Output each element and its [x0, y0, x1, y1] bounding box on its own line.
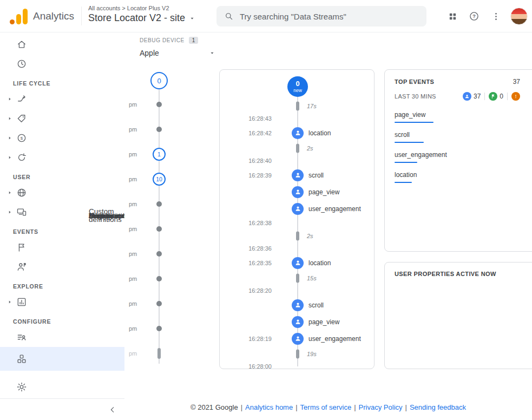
last-30-mins-label: LAST 30 MINS [395, 93, 436, 100]
duration-row: 17s [220, 99, 374, 113]
expand-arrow-slot [5, 96, 14, 102]
sidebar-item-retention[interactable]: Retention [0, 148, 124, 167]
sidebar-collapse-bar [0, 398, 124, 420]
help-icon: ? [469, 11, 480, 22]
expand-arrow-icon [7, 299, 12, 305]
top-event-name: location [395, 171, 417, 179]
minutes-point[interactable]: pm10 [129, 167, 180, 192]
timestamp-row: 16:28:40 [220, 155, 374, 167]
sidebar-item-custom-definitions[interactable]: Custom definitions [0, 347, 124, 371]
event-timestamp: 16:28:42 [220, 130, 272, 136]
active-users-value: 37 [474, 93, 481, 100]
event-row-scroll[interactable]: 16:28:39scroll [220, 167, 374, 183]
footer-link-privacy-policy[interactable]: Privacy Policy [359, 403, 403, 411]
expand-arrow-icon [7, 96, 12, 102]
more-options-button[interactable] [485, 6, 506, 27]
seconds-stream-card: 0new17s16:28:4316:28:42location2s16:28:4… [219, 69, 375, 369]
home-icon [16, 39, 27, 50]
more-vert-icon [491, 11, 501, 22]
top-event-location[interactable]: location [395, 169, 532, 183]
sidebar-item-admin[interactable]: Admin [0, 377, 124, 397]
analytics-logo[interactable]: Analytics [10, 0, 74, 32]
collapse-sidebar-button[interactable] [108, 405, 117, 414]
sidebar-item-demographics[interactable]: Demographics [0, 183, 124, 202]
sidebar-item-events[interactable]: Events [0, 257, 124, 277]
event-count-bar [395, 162, 417, 163]
event-row-user-engagement[interactable]: user_engagement [220, 200, 374, 217]
sidebar-item-acquisition[interactable]: Acquisition [0, 89, 124, 109]
sidebar-item-conversions[interactable]: Conversions [0, 238, 124, 257]
account-avatar[interactable] [510, 8, 528, 25]
event-row-user-engagement[interactable]: 16:28:19user_engagement [220, 330, 374, 347]
footer-link-sending-feedback[interactable]: Sending feedback [410, 403, 466, 411]
footer-link-analytics-home[interactable]: Analytics home [245, 403, 293, 411]
event-row-scroll[interactable]: scroll [220, 297, 374, 313]
sidebar-item-home[interactable]: Home [0, 35, 124, 54]
sidebar-item-icon [16, 332, 28, 343]
event-timestamp: 16:28:00 [220, 363, 272, 369]
footer-separator: | [354, 403, 356, 411]
minutes-point[interactable]: pm [129, 192, 180, 216]
duration-row: 15s [220, 271, 374, 285]
event-name: scroll [308, 172, 324, 179]
sidebar-item-real-time[interactable]: Real-time [0, 54, 124, 74]
seconds-start-node[interactable]: 0new [220, 74, 374, 99]
conversions-counter: 0 [489, 92, 503, 101]
analytics-logo-icon [10, 8, 28, 24]
event-row-location[interactable]: 16:28:42location [220, 124, 374, 141]
minutes-point[interactable]: pm [129, 241, 180, 266]
top-event-page-view[interactable]: page_view [395, 109, 532, 123]
device-dropdown-value: Apple [140, 49, 159, 57]
sidebar-item-engagement[interactable]: Engagement [0, 109, 124, 128]
event-row-location[interactable]: 16:28:35location [220, 254, 374, 271]
property-block: All accounts > Locator Plus V2 Store Loc… [88, 5, 195, 24]
minutes-point[interactable]: pm1 [129, 142, 180, 167]
person-icon [464, 94, 470, 99]
minutes-point[interactable]: pm [129, 316, 180, 341]
help-button[interactable]: ? [464, 6, 484, 27]
new-events-badge: 0new [287, 76, 308, 97]
duration-row: 2s [220, 141, 374, 155]
timestamp-row: 16:28:38 [220, 217, 374, 229]
events-icon [16, 261, 27, 272]
sidebar-item-audiences[interactable]: Audiences [0, 327, 124, 347]
event-timestamp: 16:28:39 [220, 172, 272, 179]
device-dropdown[interactable]: Apple [140, 49, 215, 57]
minute-bucket-count: 1 [153, 148, 166, 161]
minutes-point[interactable]: pm [129, 92, 180, 117]
property-selector[interactable]: Store Locator V2 - site [88, 12, 195, 24]
minute-bucket-dot [156, 251, 162, 257]
event-row-page-view[interactable]: page_view [220, 313, 374, 330]
event-timestamp: 16:28:43 [220, 115, 272, 122]
event-timestamp: 16:28:19 [220, 336, 272, 342]
expand-arrow-icon [7, 209, 12, 215]
person-icon [294, 335, 301, 342]
top-event-user-engagement[interactable]: user_engagement [395, 149, 532, 163]
minutes-point[interactable]: pm [129, 216, 180, 241]
minutes-point[interactable]: pm [129, 291, 180, 316]
timestamp-row: 16:28:43 [220, 113, 374, 124]
sidebar-item-analysis[interactable]: Analysis [0, 292, 124, 312]
copyright-text: © 2021 Google [191, 403, 238, 411]
minutes-point[interactable]: pm [129, 117, 180, 142]
footer-link-terms-of-service[interactable]: Terms of service [300, 403, 352, 411]
app-name: Analytics [33, 10, 74, 22]
search-icon [224, 11, 234, 21]
minutes-point[interactable]: pm [129, 341, 180, 366]
event-row-page-view[interactable]: page_view [220, 183, 374, 200]
search-bar[interactable] [216, 6, 426, 27]
sidebar-item-icon [16, 187, 28, 198]
event-name: location [308, 129, 331, 137]
caret-down-icon [189, 15, 195, 22]
apps-grid-button[interactable] [442, 6, 463, 27]
person-icon [294, 129, 301, 136]
top-event-scroll[interactable]: scroll [395, 129, 532, 143]
user-properties-title: USER PROPERTIES ACTIVE NOW [395, 271, 532, 277]
search-input[interactable] [240, 12, 419, 21]
minutes-point[interactable]: 0 [129, 69, 180, 92]
minutes-point[interactable]: pm [129, 266, 180, 291]
top-events-title: TOP EVENTS [395, 78, 434, 85]
sidebar-item-monetisation[interactable]: $Monetisation [0, 128, 124, 148]
breadcrumb[interactable]: All accounts > Locator Plus V2 [88, 5, 195, 11]
section-title-configure: CONFIGURE [0, 312, 124, 327]
